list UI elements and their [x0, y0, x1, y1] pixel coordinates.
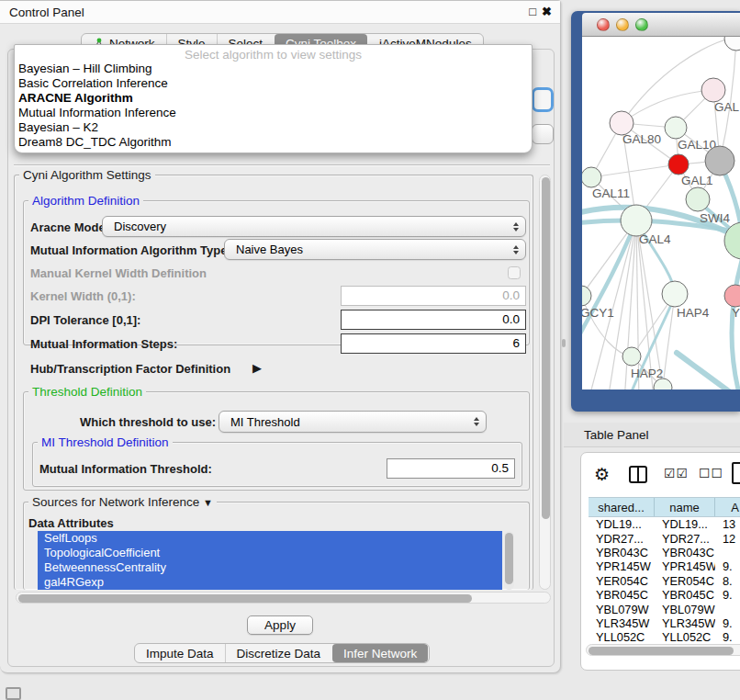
mac-close-icon[interactable]: [597, 18, 610, 31]
node-label: HAP2: [631, 367, 663, 380]
network-node-gcy1[interactable]: [582, 286, 591, 306]
which-threshold-combo[interactable]: MI Threshold: [219, 411, 487, 433]
table-icon[interactable]: [732, 462, 740, 484]
table-row[interactable]: YBL079WYBL079W: [589, 602, 740, 615]
list-scrollbar-track[interactable]: [504, 531, 514, 590]
horizontal-scrollbar-thumb[interactable]: [18, 594, 472, 603]
tab-label: Infer Network: [343, 647, 417, 660]
node-label: SWI4: [700, 211, 730, 225]
table-cell: YDR27...: [655, 531, 715, 545]
table-hscrollbar-thumb[interactable]: [589, 647, 734, 655]
table-cell: YDL19...: [655, 517, 715, 531]
tab-label: Impute Data: [146, 647, 214, 660]
list-scrollbar-thumb[interactable]: [505, 533, 513, 584]
mi-steps-field[interactable]: 6: [341, 333, 526, 354]
float-icon[interactable]: □: [529, 5, 536, 18]
mi-threshold-field[interactable]: 0.5: [387, 458, 515, 479]
network-node-gal[interactable]: [701, 78, 725, 102]
mac-zoom-icon[interactable]: [635, 18, 648, 31]
mi-algorithm-type-combo[interactable]: Naive Bayes: [224, 239, 526, 260]
select-all-checkboxes-icon[interactable]: ☑☑: [664, 466, 689, 480]
algorithm-item-dream8-dc-tdc-algorithm[interactable]: Dream8 DC_TDC Algorithm: [15, 135, 532, 150]
table-row[interactable]: YDL19...YDL19...13: [589, 517, 740, 531]
table-row[interactable]: YBR043CYBR043C: [589, 546, 740, 559]
network-node-gal4[interactable]: [621, 205, 652, 236]
node-label: GAL4: [639, 232, 671, 246]
table-row[interactable]: YDR27...YDR27...12: [589, 531, 740, 545]
network-node-hap2[interactable]: [622, 347, 641, 366]
network-node-gal10[interactable]: [665, 117, 687, 139]
network-node-gal1[interactable]: [668, 154, 689, 175]
column-header-shared[interactable]: shared...: [589, 498, 655, 516]
network-node-gal11[interactable]: [582, 167, 601, 187]
attribute-item-betweennesscentrality[interactable]: BetweennessCentrality: [38, 560, 502, 575]
table-row[interactable]: YLL052CYLL052C9.: [589, 630, 740, 644]
algorithm-item-mutual-information-inference[interactable]: Mutual Information Inference: [15, 106, 532, 120]
network-edge-highlighted[interactable]: [732, 251, 740, 390]
split-columns-icon[interactable]: [629, 466, 647, 483]
inference-algorithm-combo-fragment[interactable]: [532, 87, 554, 112]
table-cell: YLL052C: [589, 630, 655, 644]
network-node-swi4[interactable]: [686, 187, 710, 211]
algorithm-item-bayesian-hill-climbing[interactable]: Bayesian – Hill Climbing: [15, 62, 532, 76]
table-row[interactable]: YBR045CYBR045C9.: [589, 588, 740, 602]
table-panel-title: Table Panel: [584, 428, 649, 442]
dpi-tolerance-field[interactable]: 0.0: [341, 310, 526, 330]
group-title: Cyni Algorithm Settings: [19, 168, 155, 182]
collapse-arrow-icon[interactable]: ▼: [203, 497, 213, 508]
network-edge-highlighted[interactable]: [582, 223, 635, 351]
bottom-tab-infer-network[interactable]: Infer Network: [332, 644, 428, 662]
vertical-scrollbar-track[interactable]: [539, 175, 551, 590]
network-node[interactable]: [705, 146, 734, 175]
mac-minimize-icon[interactable]: [616, 18, 629, 31]
algorithm-item-basic-correlation-inference[interactable]: Basic Correlation Inference: [15, 76, 532, 91]
network-window-titlebar[interactable]: [582, 13, 740, 37]
table-cell: 9.: [715, 616, 740, 630]
panel-splitter-handle[interactable]: [562, 339, 566, 347]
table-cell: YPR145W: [589, 559, 655, 573]
network-view-window[interactable]: GALGAL80GAL10GAL1GAL11SWI4GAL4GCY1HAP4YH…: [571, 11, 740, 412]
apply-button[interactable]: Apply: [247, 615, 313, 635]
column-header-a[interactable]: A: [715, 498, 740, 516]
network-combo-fragment[interactable]: [532, 124, 554, 144]
table-hscrollbar-track[interactable]: [586, 644, 740, 656]
tab-label: Discretize Data: [237, 647, 321, 660]
attribute-item-selfloops[interactable]: SelfLoops: [38, 531, 502, 546]
attribute-item-gal4rgexp[interactable]: gal4RGexp: [38, 575, 502, 590]
table-row[interactable]: YER054CYER054C8.: [589, 574, 740, 588]
horizontal-scrollbar-track[interactable]: [16, 592, 551, 604]
network-edge[interactable]: [622, 90, 713, 123]
network-edge-highlighted[interactable]: [677, 353, 740, 390]
expand-arrow-icon[interactable]: ▶: [252, 361, 262, 375]
vertical-scrollbar-thumb[interactable]: [542, 177, 550, 519]
close-icon[interactable]: ✖: [542, 5, 552, 18]
network-node[interactable]: [724, 37, 740, 51]
table-panel-header: Table Panel: [564, 423, 740, 447]
algorithm-item-bayesian-k2[interactable]: Bayesian – K2: [15, 120, 532, 135]
table-cell: 13: [715, 517, 740, 531]
node-label: Y: [732, 306, 740, 320]
deselect-all-checkboxes-icon[interactable]: ☐☐: [699, 466, 723, 480]
kernel-width-field[interactable]: 0.0: [341, 286, 526, 306]
network-canvas[interactable]: GALGAL80GAL10GAL1GAL11SWI4GAL4GCY1HAP4YH…: [582, 37, 740, 390]
bottom-tab-impute-data[interactable]: Impute Data: [135, 644, 225, 662]
attribute-item-topologicalcoefficient[interactable]: TopologicalCoefficient: [38, 546, 502, 560]
network-node-y[interactable]: [724, 285, 740, 307]
network-node-hap4[interactable]: [662, 281, 688, 307]
table-row[interactable]: YPR145WYPR145W9.: [589, 559, 740, 573]
column-header-name[interactable]: name: [655, 498, 715, 516]
kernel-width-label: Kernel Width (0,1):: [30, 289, 136, 303]
network-edge[interactable]: [582, 296, 632, 356]
network-graph[interactable]: GALGAL80GAL10GAL1GAL11SWI4GAL4GCY1HAP4YH…: [582, 37, 740, 390]
network-edge[interactable]: [591, 164, 678, 177]
algorithm-item-aracne-algorithm[interactable]: ARACNE Algorithm: [15, 91, 532, 106]
table-row[interactable]: YLR345WYLR345W9.: [589, 616, 740, 630]
aracne-mode-combo[interactable]: Discovery: [102, 216, 526, 237]
bottom-tab-discretize-data[interactable]: Discretize Data: [225, 644, 332, 662]
bottom-left-mini-button[interactable]: [6, 687, 21, 700]
data-attributes-list[interactable]: SelfLoopsTopologicalCoefficientBetweenne…: [38, 531, 502, 590]
table-cell: 12: [715, 531, 740, 545]
manual-kernel-width-checkbox[interactable]: [508, 266, 521, 279]
gear-icon[interactable]: ⚙: [594, 464, 610, 485]
node-label: HAP4: [677, 306, 710, 320]
